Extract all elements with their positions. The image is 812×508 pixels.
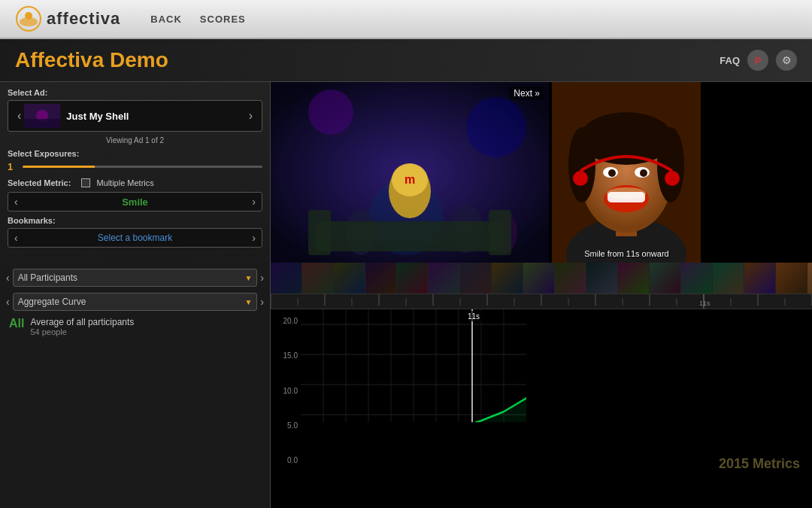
bookmarks-label: Bookmarks: — [8, 216, 262, 225]
powerpoint-button[interactable]: P — [747, 50, 768, 71]
scores-link[interactable]: SCORES — [200, 14, 246, 25]
metric-prev-button[interactable]: ‹ — [14, 196, 18, 208]
participants-dropdown[interactable]: All Participants ▼ — [13, 269, 258, 287]
svg-point-31 — [640, 169, 647, 177]
people-count: 54 people — [30, 327, 134, 336]
select-ad-label: Select Ad: — [8, 88, 262, 97]
ad-content: Just My Shell — [24, 104, 245, 128]
participants-dropdown-arrow: ▼ — [244, 274, 252, 282]
next-button[interactable]: Next » — [509, 87, 544, 100]
avg-desc: Average of all participants — [30, 317, 134, 327]
ad-prev-button[interactable]: ‹ — [14, 109, 24, 123]
svg-point-37 — [665, 171, 680, 186]
participants-dropdown-label: All Participants — [18, 272, 77, 283]
y-axis: 20.0 15.0 10.0 5.0 0.0 — [271, 309, 301, 479]
gear-icon: ⚙ — [782, 54, 792, 66]
y-label-20: 20.0 — [274, 317, 298, 325]
viewing-ad-info: Viewing Ad 1 of 2 — [8, 136, 262, 144]
ad-selector: ‹ Just My Shell › — [8, 100, 262, 132]
metric-selector: ‹ Smile › — [8, 192, 262, 211]
logo-area: affectiva — [15, 5, 120, 32]
aggregate-dropdown-arrow: ▼ — [244, 298, 252, 306]
filmstrip-frame — [365, 263, 397, 294]
selected-metric-label: Selected Metric: — [8, 178, 71, 187]
svg-point-30 — [608, 169, 616, 177]
filmstrip-frame — [460, 263, 492, 294]
svg-point-2 — [25, 12, 32, 20]
chart-watermark: 2015 Metrics — [719, 456, 800, 472]
participants-prev-button[interactable]: ‹ — [6, 272, 10, 284]
bottom-left-panel: ‹ All Participants ▼ › ‹ Aggregate Curve… — [0, 263, 271, 508]
middle-section: Select Ad: ‹ Just My Shell › Viewi — [0, 82, 812, 263]
bookmark-next-button[interactable]: › — [252, 232, 256, 244]
aggregate-prev-button[interactable]: ‹ — [6, 296, 10, 308]
main-video[interactable]: m Next » — [271, 82, 549, 263]
svg-text:11s: 11s — [699, 300, 710, 307]
aggregate-dropdown[interactable]: Aggregate Curve ▼ — [13, 293, 258, 311]
participants-next-button[interactable]: › — [260, 272, 264, 284]
back-link[interactable]: BACK — [150, 14, 182, 25]
participants-info: All Average of all participants 54 peopl… — [6, 317, 264, 336]
faq-button[interactable]: FAQ — [720, 55, 740, 66]
filmstrip-frame — [681, 263, 713, 294]
participants-row: ‹ All Participants ▼ › — [6, 269, 264, 287]
filmstrip-frame — [807, 263, 812, 294]
logo-text: affectiva — [47, 9, 120, 29]
title-icons: FAQ P ⚙ — [720, 50, 797, 71]
bookmark-placeholder[interactable]: Select a bookmark — [98, 233, 172, 243]
main-content: Affectiva Demo FAQ P ⚙ Select Ad: ‹ — [0, 39, 812, 508]
multiple-metrics-label: Multiple Metrics — [96, 178, 153, 187]
svg-rect-17 — [308, 210, 331, 255]
exposures-row: 1 — [8, 161, 262, 172]
metric-next-button[interactable]: › — [252, 196, 256, 208]
filmstrip-frame — [271, 263, 302, 294]
svg-rect-5 — [24, 119, 60, 128]
filmstrip-frame — [334, 263, 365, 294]
y-label-15: 15.0 — [274, 351, 298, 360]
metric-row: Selected Metric: Multiple Metrics — [8, 178, 262, 187]
bookmark-selector: ‹ Select a bookmark › — [8, 228, 262, 248]
filmstrip-frame — [555, 263, 586, 294]
aggregate-next-button[interactable]: › — [260, 296, 264, 308]
ad-name: Just My Shell — [66, 111, 129, 122]
top-nav: affectiva BACK SCORES — [0, 0, 812, 39]
filmstrip-frame — [618, 263, 650, 294]
filmstrip-frame — [586, 263, 618, 294]
chart-canvas: 20.0 15.0 10.0 5.0 0.0 — [271, 309, 812, 479]
svg-text:m: m — [404, 173, 415, 186]
y-label-10: 10.0 — [274, 387, 298, 395]
y-label-5: 5.0 — [274, 421, 298, 430]
nav-links: BACK SCORES — [150, 14, 245, 25]
metric-name: Smile — [122, 196, 148, 208]
settings-button[interactable]: ⚙ — [776, 50, 797, 71]
bookmarks-row: Bookmarks: ‹ Select a bookmark › — [8, 216, 262, 248]
filmstrip-frame — [302, 263, 334, 294]
svg-rect-35 — [607, 192, 645, 202]
powerpoint-icon: P — [755, 55, 762, 66]
filmstrip-frame — [429, 263, 460, 294]
filmstrip-frame — [492, 263, 523, 294]
face-cam: Smile from 11s onward — [552, 82, 701, 263]
timeline-ruler: 11s — [271, 294, 812, 309]
ad-next-button[interactable]: › — [246, 109, 256, 123]
filmstrip-frame — [523, 263, 555, 294]
multiple-metrics-checkbox[interactable] — [81, 178, 90, 187]
svg-rect-16 — [316, 221, 504, 251]
svg-point-8 — [466, 97, 526, 157]
aggregate-dropdown-label: Aggregate Curve — [18, 297, 86, 307]
filmstrip-frame — [713, 263, 744, 294]
exposure-slider[interactable] — [23, 166, 262, 168]
ad-thumbnail — [24, 104, 60, 128]
left-panel: Select Ad: ‹ Just My Shell › Viewi — [0, 82, 271, 263]
filmstrip-frame — [397, 263, 429, 294]
bookmark-prev-button[interactable]: ‹ — [14, 232, 18, 244]
svg-point-7 — [308, 90, 353, 135]
page-title: Affectiva Demo — [15, 48, 168, 72]
aggregate-row: ‹ Aggregate Curve ▼ › — [6, 293, 264, 311]
page-title-bar: Affectiva Demo FAQ P ⚙ — [0, 39, 812, 82]
filmstrip-frame — [776, 263, 807, 294]
svg-text:11s: 11s — [468, 312, 480, 321]
logo-icon — [15, 5, 42, 32]
select-exposures-label: Select Exposures: — [8, 149, 262, 158]
bottom-section: ‹ All Participants ▼ › ‹ Aggregate Curve… — [0, 263, 812, 508]
